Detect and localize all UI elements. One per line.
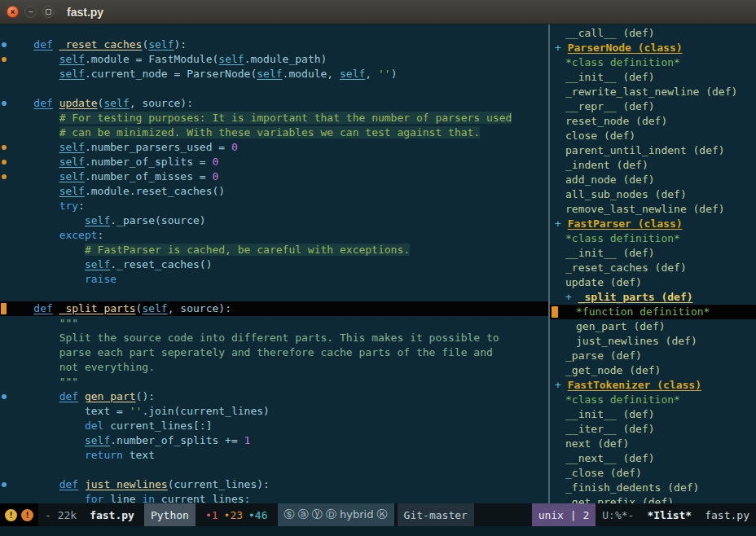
imenu-item[interactable]: __call__ (def) (550, 26, 756, 41)
imenu-item[interactable]: + _split_parts (def) (550, 290, 756, 305)
imenu-item[interactable]: __init__ (def) (550, 407, 756, 422)
code-line[interactable] (0, 81, 548, 96)
imenu-item[interactable]: update (def) (550, 275, 756, 290)
code-line[interactable]: def just_newlines(current_lines): (0, 477, 548, 492)
code-line[interactable]: try: (0, 199, 548, 213)
code-line[interactable]: self.number_of_splits += 1 (0, 433, 548, 448)
expand-icon[interactable]: + (555, 42, 568, 54)
imenu-item[interactable]: _indent (def) (550, 158, 756, 173)
flycheck-error-count[interactable]: •1 (205, 509, 218, 521)
imenu-item[interactable]: *class definition* (550, 55, 756, 70)
imenu-item-label: _indent (def) (565, 159, 648, 171)
imenu-item[interactable]: remove_last_newline (def) (550, 202, 756, 217)
code-line[interactable]: self._parse(source) (0, 213, 548, 228)
imenu-item-label: _reset_caches (def) (565, 261, 687, 274)
code-line[interactable]: except: (0, 228, 548, 243)
code-line[interactable]: Split the source code into different par… (0, 331, 548, 345)
code-token: line (103, 493, 142, 503)
imenu-item[interactable]: parent_until_indent (def) (550, 143, 756, 158)
imenu-item[interactable]: _close (def) (550, 466, 756, 481)
code-token: 1 (244, 434, 251, 446)
code-token: 0 (212, 170, 218, 182)
code-line[interactable]: def gen_part(): (0, 389, 548, 404)
code-line[interactable]: """ (0, 375, 548, 389)
maximize-button[interactable] (42, 6, 55, 18)
code-token: update (59, 97, 98, 109)
imenu-list[interactable]: __call__ (def)+ ParserNode (class)*class… (550, 24, 756, 503)
code-line[interactable]: self.number_of_splits = 0 (0, 155, 548, 169)
editor-pane[interactable]: def _reset_caches(self): self.module = F… (0, 24, 548, 503)
flycheck-warning-count[interactable]: •23 (224, 509, 243, 521)
imenu-item[interactable]: __iter__ (def) (550, 422, 756, 437)
code-line[interactable]: text = ''.join(current_lines) (0, 404, 548, 419)
imenu-item[interactable]: *class definition* (550, 393, 756, 407)
imenu-item[interactable]: reset_node (def) (550, 114, 756, 129)
imenu-item-label: __repr__ (def) (565, 100, 655, 112)
code-line[interactable]: # For testing purposes: It is important … (0, 111, 548, 125)
code-line[interactable]: raise (0, 272, 548, 287)
imenu-item[interactable]: gen_part (def) (550, 319, 756, 334)
imenu-item[interactable]: __init__ (def) (550, 70, 756, 85)
imenu-item[interactable]: _reset_caches (def) (550, 261, 756, 275)
imenu-item[interactable]: _get_prefix (def) (550, 495, 756, 503)
titlebar[interactable]: × − fast.py (0, 0, 756, 24)
code-line[interactable]: return text (0, 448, 548, 463)
imenu-item[interactable]: __repr__ (def) (550, 99, 756, 114)
code-token (8, 346, 59, 358)
expand-icon[interactable]: + (555, 379, 568, 391)
bookmark-dot-icon (2, 394, 7, 399)
version-control-branch[interactable]: Git-master (398, 503, 474, 526)
imenu-item[interactable]: + FastTokenizer (class) (550, 378, 756, 393)
major-mode-indicator[interactable]: Python (144, 503, 196, 526)
ilist-buffer-name[interactable]: *Ilist* (640, 503, 698, 526)
code-line[interactable]: def _split_parts(self, source): (0, 301, 548, 316)
imenu-item[interactable]: __init__ (def) (550, 246, 756, 261)
code-line[interactable] (0, 463, 548, 477)
expand-icon[interactable]: + (565, 291, 578, 303)
code-line[interactable]: del current_lines[:] (0, 419, 548, 433)
flycheck-info-count[interactable]: •46 (248, 509, 267, 521)
minor-mode-indicators[interactable]: ⓢ ⓐ ⓨ Ⓓ hybrid Ⓚ (278, 503, 394, 526)
imenu-item[interactable]: __next__ (def) (550, 451, 756, 466)
code-line[interactable]: # can be minimized. With these variables… (0, 125, 548, 140)
code-line[interactable]: self.module = FastModule(self.module_pat… (0, 52, 548, 67)
code-line[interactable]: for line in current_lines: (0, 492, 548, 503)
code-token (8, 185, 59, 197)
code-line[interactable]: self._reset_caches() (0, 257, 548, 272)
code-area[interactable]: def _reset_caches(self): self.module = F… (0, 37, 548, 503)
imenu-item[interactable]: + FastParser (class) (550, 217, 756, 231)
code-token (8, 200, 59, 212)
imenu-item[interactable]: _parse (def) (550, 349, 756, 363)
bookmark-dot-icon (2, 101, 7, 106)
imenu-item[interactable]: *function definition* (550, 305, 756, 319)
close-button[interactable]: × (7, 6, 19, 18)
minimize-button[interactable]: − (24, 6, 37, 18)
imenu-item[interactable]: add_node (def) (550, 173, 756, 187)
imenu-item[interactable]: *class definition* (550, 231, 756, 246)
imenu-item[interactable]: _finish_dedents (def) (550, 481, 756, 495)
code-token: gen_part (85, 390, 136, 402)
imenu-item[interactable]: just_newlines (def) (550, 334, 756, 349)
imenu-item[interactable]: _get_node (def) (550, 363, 756, 378)
imenu-item[interactable]: all_sub_nodes (def) (550, 187, 756, 202)
code-token: Split the source code into different par… (59, 332, 499, 344)
error-circle-icon: ! (21, 509, 33, 521)
imenu-item[interactable]: + ParserNode (class) (550, 41, 756, 55)
imenu-item[interactable]: _rewrite_last_newline (def) (550, 85, 756, 99)
code-line[interactable]: self.current_node = ParserNode(self.modu… (0, 67, 548, 81)
code-line[interactable]: self.number_of_misses = 0 (0, 169, 548, 184)
code-line[interactable]: def update(self, source): (0, 96, 548, 111)
code-line[interactable]: self.number_parsers_used = 0 (0, 140, 548, 155)
flycheck-counts[interactable]: •1 •23 •46 (199, 503, 275, 526)
code-line[interactable]: def _reset_caches(self): (0, 37, 548, 52)
code-line[interactable]: parse each part seperately and therefore… (0, 345, 548, 360)
code-line[interactable]: """ (0, 316, 548, 331)
code-line[interactable]: # FastParser is cached, be careful with … (0, 243, 548, 257)
expand-icon[interactable]: + (555, 217, 568, 230)
code-line[interactable]: not everything. (0, 360, 548, 375)
imenu-item[interactable]: next (def) (550, 437, 756, 451)
code-line[interactable]: self.module.reset_caches() (0, 184, 548, 199)
buffer-name[interactable]: fast.py (83, 503, 141, 526)
imenu-item[interactable]: close (def) (550, 129, 756, 143)
code-line[interactable] (0, 287, 548, 301)
